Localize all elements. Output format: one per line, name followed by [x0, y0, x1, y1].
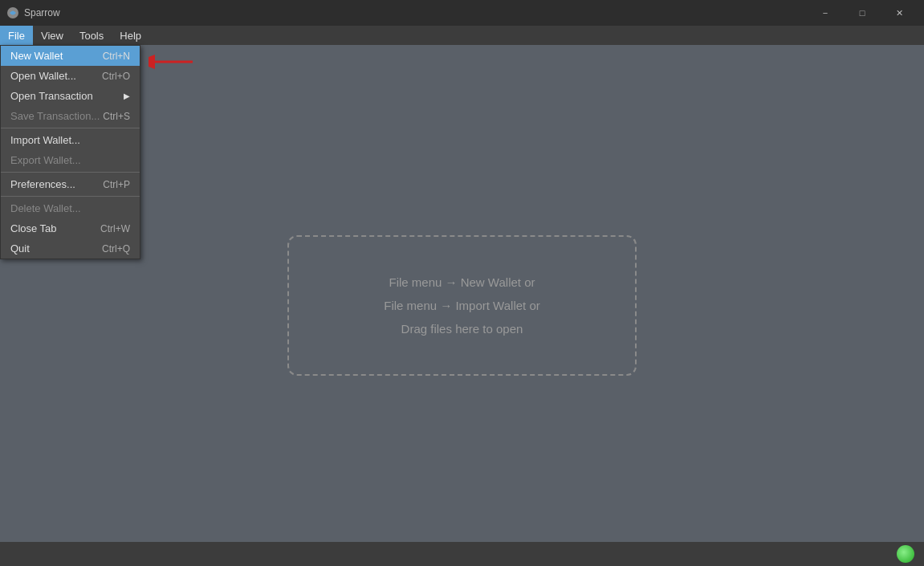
- window-controls: − □ ✕: [807, 0, 918, 26]
- separator-1: [1, 128, 140, 128]
- menu-close-tab[interactable]: Close Tab Ctrl+W: [1, 218, 140, 238]
- status-bar: [0, 542, 924, 566]
- menu-export-wallet: Export Wallet...: [1, 150, 140, 170]
- separator-3: [1, 196, 140, 197]
- menu-save-transaction: Save Transaction... Ctrl+S: [1, 106, 140, 126]
- maximize-button[interactable]: □: [844, 0, 881, 26]
- menu-quit[interactable]: Quit Ctrl+Q: [1, 238, 140, 259]
- menu-import-wallet[interactable]: Import Wallet...: [1, 130, 140, 150]
- drop-zone[interactable]: File menu → New Wallet or File menu → Im…: [287, 235, 637, 376]
- app-title: Sparrow: [24, 7, 60, 18]
- drop-zone-line1: File menu → New Wallet or: [389, 275, 535, 289]
- menu-bar: File New Wallet Ctrl+N Open Wallet... Ct…: [0, 26, 924, 45]
- menu-open-wallet[interactable]: Open Wallet... Ctrl+O: [1, 66, 140, 86]
- drop-zone-line3: Drag files here to open: [401, 322, 523, 336]
- drop-zone-line2: File menu → Import Wallet or: [384, 299, 540, 312]
- menu-delete-wallet: Delete Wallet...: [1, 198, 140, 218]
- menu-view[interactable]: View: [33, 26, 71, 45]
- menu-new-wallet[interactable]: New Wallet Ctrl+N: [1, 46, 140, 66]
- menu-open-transaction[interactable]: Open Transaction ▶: [1, 86, 140, 106]
- app-icon: [6, 6, 19, 19]
- menu-preferences[interactable]: Preferences... Ctrl+P: [1, 174, 140, 194]
- separator-2: [1, 172, 140, 173]
- connection-indicator: [897, 545, 914, 563]
- file-dropdown: New Wallet Ctrl+N Open Wallet... Ctrl+O …: [0, 45, 140, 259]
- title-bar-left: Sparrow: [6, 6, 60, 19]
- menu-file[interactable]: File New Wallet Ctrl+N Open Wallet... Ct…: [0, 26, 33, 45]
- title-bar: Sparrow − □ ✕: [0, 0, 924, 26]
- submenu-arrow-icon: ▶: [124, 92, 130, 100]
- menu-tools[interactable]: Tools: [71, 26, 112, 45]
- close-button[interactable]: ✕: [881, 0, 918, 26]
- menu-help[interactable]: Help: [112, 26, 149, 45]
- minimize-button[interactable]: −: [807, 0, 844, 26]
